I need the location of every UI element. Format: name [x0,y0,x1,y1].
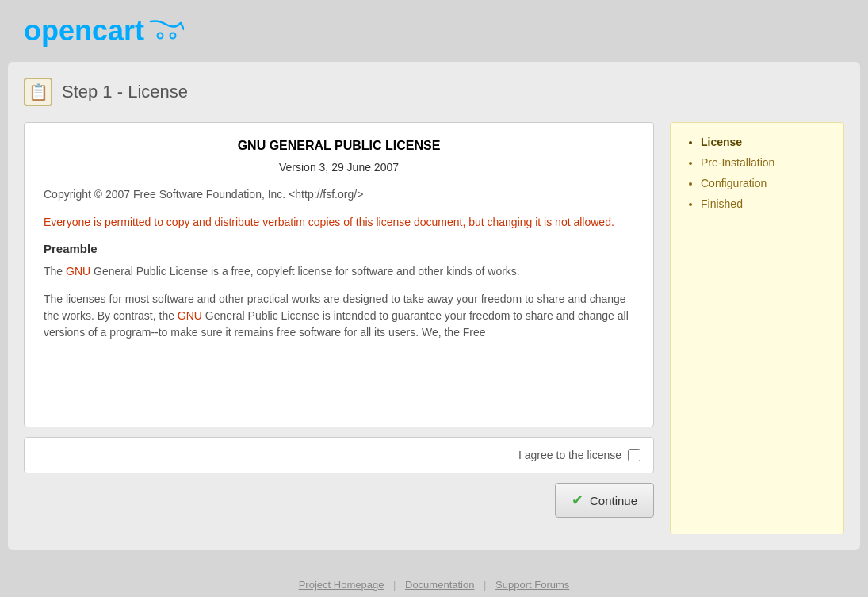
sidebar-item-configuration[interactable]: Configuration [701,177,828,189]
clipboard-icon: 📋 [29,82,48,101]
content-main: GNU GENERAL PUBLIC LICENSE Version 3, 29… [24,122,654,518]
agree-checkbox[interactable] [628,449,640,461]
sidebar-item-preinstallation[interactable]: Pre-Installation [701,156,828,169]
checkmark-icon: ✔ [572,492,583,509]
step-header: 📋 Step 1 - License [24,78,844,106]
continue-label: Continue [590,494,637,507]
header: opencart [0,0,868,62]
sidebar-item-preinstallation-link[interactable]: Pre-Installation [701,156,774,169]
license-title: GNU GENERAL PUBLIC LICENSE [44,139,634,153]
footer: Project Homepage | Documentation | Suppo… [0,563,868,597]
sidebar-item-license-label: License [701,136,742,148]
separator-2: | [484,579,486,591]
continue-button[interactable]: ✔ Continue [555,483,654,518]
sidebar-item-finished-link[interactable]: Finished [701,197,743,210]
step-title: Step 1 - License [62,82,188,102]
svg-point-1 [170,33,176,39]
svg-point-0 [158,33,163,39]
step-icon: 📋 [24,78,52,106]
sidebar-item-finished[interactable]: Finished [701,197,828,210]
sidebar: License Pre-Installation Configuration F… [670,122,844,534]
content-layout: GNU GENERAL PUBLIC LICENSE Version 3, 29… [24,122,844,534]
license-container: GNU GENERAL PUBLIC LICENSE Version 3, 29… [24,122,654,427]
license-version: Version 3, 29 June 2007 [44,161,634,174]
agree-label: I agree to the license [518,449,621,461]
button-area: ✔ Continue [24,483,654,518]
documentation-link[interactable]: Documentation [405,579,474,591]
sidebar-nav: License Pre-Installation Configuration F… [686,136,828,210]
separator-1: | [393,579,396,591]
preamble-1: The GNU General Public License is a free… [44,263,634,280]
cart-icon [149,14,184,48]
license-copyright: Copyright © 2007 Free Software Foundatio… [44,186,634,203]
support-forums-link[interactable]: Support Forums [495,579,569,591]
sidebar-item-configuration-link[interactable]: Configuration [701,177,767,189]
logo-wordmark: opencart [24,14,144,48]
project-homepage-link[interactable]: Project Homepage [299,579,384,591]
license-intro: Everyone is permitted to copy and distri… [44,214,634,231]
main-container: 📋 Step 1 - License GNU GENERAL PUBLIC LI… [8,62,860,550]
license-scroll-area[interactable]: GNU GENERAL PUBLIC LICENSE Version 3, 29… [25,123,653,427]
preamble-title: Preamble [44,242,634,255]
logo: opencart [24,14,184,48]
sidebar-item-license: License [701,136,828,148]
agree-area: I agree to the license [24,437,654,473]
preamble-2: The licenses for most software and other… [44,291,634,341]
